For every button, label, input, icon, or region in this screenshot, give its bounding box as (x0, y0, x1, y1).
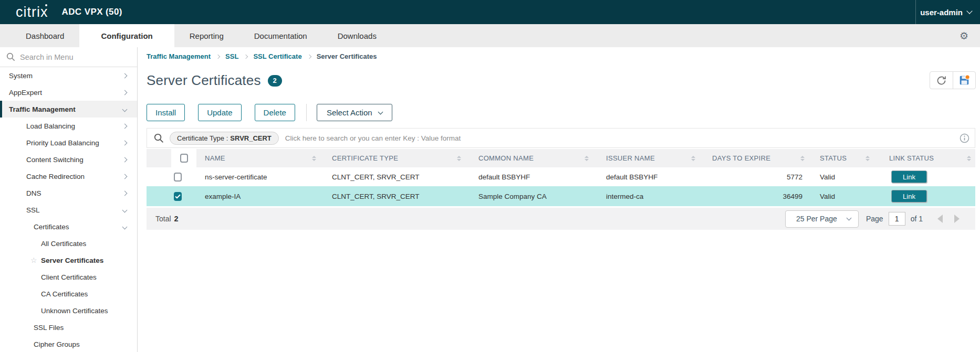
sidebar-item-ca-certificates[interactable]: CA Certificates (0, 285, 137, 302)
column-header-issuer-name[interactable]: ISSUER NAME (593, 149, 700, 167)
sidebar-item-dns[interactable]: DNS (0, 185, 137, 201)
certificates-table: NAME CERTIFICATE TYPE COMMON NAME ISSUER… (147, 149, 975, 230)
select-all-cell (147, 149, 193, 167)
next-page-icon[interactable] (954, 215, 960, 223)
sidebar-item-traffic-management[interactable]: Traffic Management (0, 101, 137, 118)
sidebar-item-ssl[interactable]: SSL (0, 201, 137, 218)
breadcrumb: Traffic Management SSL SSL Certificate S… (147, 52, 377, 60)
main-content: Traffic Management SSL SSL Certificate S… (138, 47, 980, 352)
breadcrumb-separator-icon (244, 54, 248, 58)
sidebar: System AppExpert Traffic Management Load… (0, 47, 138, 352)
select-action-dropdown[interactable]: Select Action (317, 104, 392, 121)
sidebar-item-cipher-groups[interactable]: Cipher Groups (0, 336, 137, 352)
header-divider (915, 0, 916, 24)
breadcrumb-link[interactable]: SSL Certificate (253, 52, 301, 60)
check-icon (175, 194, 181, 199)
column-header-name[interactable]: NAME (193, 149, 320, 167)
install-button[interactable]: Install (147, 104, 185, 121)
table-row[interactable]: ns-server-certificate CLNT_CERT, SRVR_CE… (147, 167, 975, 186)
save-config-button[interactable] (953, 72, 975, 89)
search-icon (6, 52, 15, 61)
page-number-input[interactable] (889, 212, 905, 226)
table-row-selected[interactable]: example-IA CLNT_CERT, SRVR_CERT Sample C… (147, 186, 975, 206)
title-row: Server Certificates 2 (147, 72, 282, 89)
toolbar: Install Update Delete Select Action (147, 104, 392, 121)
search-icon (154, 133, 164, 143)
info-icon (960, 133, 969, 143)
top-header: citrix ADC VPX (50) user-admin (0, 0, 980, 24)
link-button[interactable]: Link (891, 170, 927, 183)
chevron-right-icon (122, 73, 128, 78)
sort-icon (585, 156, 589, 161)
chevron-down-icon (966, 8, 972, 14)
column-header-status[interactable]: STATUS (809, 149, 874, 167)
settings-button[interactable] (960, 24, 968, 47)
favorite-star-icon (30, 256, 37, 264)
sidebar-item-appexpert[interactable]: AppExpert (0, 84, 137, 101)
cell-common-name: default BSBYHF (465, 167, 593, 186)
sidebar-item-all-certificates[interactable]: All Certificates (0, 235, 137, 252)
column-header-certificate-type[interactable]: CERTIFICATE TYPE (320, 149, 465, 167)
sidebar-menu: System AppExpert Traffic Management Load… (0, 67, 137, 352)
sort-icon (691, 156, 695, 161)
nav-tabs: Dashboard Configuration Reporting Docume… (11, 24, 392, 47)
tab-downloads[interactable]: Downloads (322, 24, 392, 47)
count-badge: 2 (268, 75, 282, 87)
row-checkbox-checked[interactable] (174, 192, 182, 201)
breadcrumb-link[interactable]: SSL (225, 52, 238, 60)
sidebar-item-cache-redirection[interactable]: Cache Redirection (0, 168, 137, 185)
sidebar-item-content-switching[interactable]: Content Switching (0, 151, 137, 168)
page-of-label: of 1 (911, 215, 923, 223)
chevron-right-icon (122, 90, 128, 95)
tab-configuration[interactable]: Configuration (79, 24, 174, 47)
sidebar-item-server-certificates[interactable]: Server Certificates (0, 252, 137, 269)
sidebar-item-certificates[interactable]: Certificates (0, 218, 137, 235)
filter-chip-value: SRVR_CERT (230, 134, 272, 142)
tab-dashboard[interactable]: Dashboard (11, 24, 79, 47)
select-all-checkbox[interactable] (180, 154, 188, 163)
per-page-label: 25 Per Page (796, 215, 837, 223)
update-button[interactable]: Update (198, 104, 241, 121)
table-search-bar: Certificate Type : SRVR_CERT (147, 128, 975, 148)
cell-name: example-IA (193, 186, 320, 206)
column-header-common-name[interactable]: COMMON NAME (465, 149, 593, 167)
previous-page-icon[interactable] (937, 215, 943, 223)
sidebar-item-load-balancing[interactable]: Load Balancing (0, 118, 137, 134)
column-header-days-to-expire[interactable]: DAYS TO EXPIRE (700, 149, 809, 167)
sidebar-item-unknown-certificates[interactable]: Unknown Certificates (0, 302, 137, 319)
menu-search-input[interactable] (20, 53, 125, 61)
sidebar-search (0, 47, 137, 67)
delete-button[interactable]: Delete (255, 104, 295, 121)
breadcrumb-current: Server Certificates (317, 52, 377, 60)
sort-icon (866, 156, 870, 161)
info-button[interactable] (960, 133, 969, 143)
cell-issuer-name: default BSBYHF (593, 167, 700, 186)
chevron-down-icon (122, 106, 128, 112)
table-search-input[interactable] (285, 134, 960, 142)
chevron-right-icon (122, 190, 128, 196)
column-header-link-status[interactable]: LINK STATUS (874, 149, 975, 167)
sidebar-item-ssl-files[interactable]: SSL Files (0, 319, 137, 336)
cell-status: Valid (809, 167, 874, 186)
refresh-button[interactable] (930, 72, 953, 89)
per-page-dropdown[interactable]: 25 Per Page (785, 210, 859, 228)
sidebar-item-system[interactable]: System (0, 67, 137, 84)
breadcrumb-separator-icon (307, 54, 311, 58)
user-menu[interactable]: user-admin (920, 0, 972, 24)
sidebar-item-priority-load-balancing[interactable]: Priority Load Balancing (0, 134, 137, 151)
link-button[interactable]: Link (891, 190, 927, 202)
filter-chip[interactable]: Certificate Type : SRVR_CERT (170, 132, 279, 145)
select-all-box (171, 149, 196, 167)
cell-name: ns-server-certificate (193, 167, 320, 186)
breadcrumb-link[interactable]: Traffic Management (147, 52, 211, 60)
table-footer: Total2 25 Per Page Page of 1 (147, 208, 975, 230)
table-header-row: NAME CERTIFICATE TYPE COMMON NAME ISSUER… (147, 149, 975, 167)
tab-reporting[interactable]: Reporting (174, 24, 239, 47)
chevron-down-icon (378, 109, 383, 114)
citrix-logo[interactable]: citrix (16, 5, 48, 19)
tab-documentation[interactable]: Documentation (239, 24, 322, 47)
sort-icon (312, 156, 316, 161)
sidebar-item-client-certificates[interactable]: Client Certificates (0, 269, 137, 285)
row-checkbox[interactable] (174, 173, 182, 182)
gear-icon (960, 30, 968, 42)
